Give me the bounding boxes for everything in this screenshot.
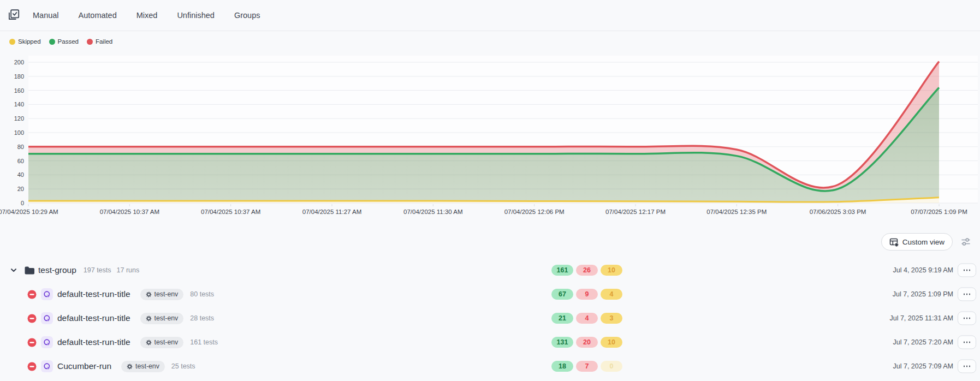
top-navigation: ManualAutomatedMixedUnfinishedGroups [0,0,980,31]
filter-settings-icon[interactable] [960,236,971,247]
run-type-tabs: ManualAutomatedMixedUnfinishedGroups [33,11,260,20]
run-title[interactable]: Cucumber-run [57,361,111,371]
row-actions-button[interactable] [958,288,976,301]
automated-run-icon [41,360,53,372]
x-axis-label: 07/04/2025 11:30 AM [403,209,463,215]
more-icon [969,366,971,367]
run-row[interactable]: Cucumber-runtest-env25 tests1870Jul 7, 2… [0,354,980,378]
results-area-chart: 02040608010012014016018020007/04/2025 10… [0,49,980,224]
x-axis-label: 07/04/2025 11:27 AM [302,209,362,215]
group-tests-count: 197 tests [84,266,111,274]
automated-run-icon [41,312,53,324]
passed-legend-dot-icon [49,39,55,45]
more-icon [969,342,971,343]
x-axis-label: 07/07/2025 1:09 PM [911,209,967,215]
run-tests-count: 80 tests [190,290,214,298]
gear-icon [146,315,152,322]
svg-text:160: 160 [14,87,24,94]
failed-legend-dot-icon [87,39,93,45]
environment-tag: test-env [121,361,165,372]
custom-view-icon [889,237,899,247]
run-title[interactable]: default-test-run-title [57,337,130,347]
legend-label: Passed [58,38,79,45]
run-tests-count: 28 tests [190,314,214,322]
skipped-count-badge: 10 [601,265,622,276]
passed-count-badge: 161 [551,265,573,276]
tab-unfinished[interactable]: Unfinished [177,11,215,20]
more-icon [964,294,965,295]
run-title[interactable]: default-test-run-title [57,313,130,323]
run-tests-count: 25 tests [171,362,195,370]
run-row[interactable]: default-test-run-titletest-env80 tests67… [0,282,980,306]
svg-text:20: 20 [17,186,24,192]
result-badges: 1312010 [551,337,622,348]
svg-text:60: 60 [17,158,24,164]
run-tests-count: 161 tests [190,338,218,346]
row-left-cluster: default-test-run-titletest-env80 tests [27,288,214,300]
passed-count-badge: 131 [551,337,573,348]
svg-text:40: 40 [17,171,24,178]
blocked-status-icon [27,338,37,347]
x-axis-label: 07/04/2025 10:37 AM [100,209,159,215]
row-left-cluster: default-test-run-titletest-env161 tests [27,336,218,348]
failed-count-badge: 4 [576,313,598,324]
svg-text:100: 100 [14,129,24,136]
tab-manual[interactable]: Manual [33,11,59,20]
legend-label: Failed [96,38,112,45]
custom-view-label: Custom view [902,238,945,246]
svg-text:140: 140 [14,101,24,108]
passed-count-badge: 18 [551,361,573,372]
tab-automated[interactable]: Automated [79,11,117,20]
svg-text:120: 120 [14,115,24,122]
environment-tag: test-env [140,313,184,324]
environment-label: test-env [155,290,179,298]
blocked-status-icon [27,314,37,323]
run-date: Jul 4, 2025 9:19 AM [893,266,954,274]
row-actions-button[interactable] [958,360,976,373]
row-actions-button[interactable] [958,264,976,277]
gear-icon [146,291,152,297]
tab-mixed[interactable]: Mixed [136,11,158,20]
more-icon [969,294,971,295]
select-runs-icon[interactable] [7,8,21,22]
run-row[interactable]: default-test-run-titletest-env28 tests21… [0,306,980,330]
x-axis-label: 07/04/2025 12:17 PM [605,209,666,215]
more-icon [964,342,965,343]
chevron-down-icon[interactable] [10,268,17,272]
more-icon [966,366,968,367]
gear-icon [127,364,133,370]
folder-icon [24,266,35,275]
run-title[interactable]: default-test-run-title [57,289,130,299]
more-icon [966,294,968,295]
more-icon [964,366,965,367]
legend-item-passed: Passed [49,38,79,45]
passed-count-badge: 21 [551,313,573,324]
row-left-cluster: Cucumber-runtest-env25 tests [27,360,195,372]
x-axis-label: 07/04/2025 12:06 PM [504,209,565,215]
run-date: Jul 7, 2025 11:31 AM [889,314,953,322]
x-axis-label: 07/04/2025 10:29 AM [0,209,58,215]
legend-item-skipped: Skipped [9,38,41,45]
environment-tag: test-env [140,337,184,348]
svg-text:200: 200 [14,59,24,66]
custom-view-button[interactable]: Custom view [881,233,953,251]
row-actions-button[interactable] [958,336,976,349]
automated-run-icon [41,336,53,348]
run-date: Jul 7, 2025 1:09 PM [893,290,953,298]
run-row[interactable]: default-test-run-titletest-env161 tests1… [0,330,980,354]
row-actions-button[interactable] [958,312,976,325]
tab-groups[interactable]: Groups [234,11,260,20]
row-left-cluster: test-group197 tests17 runs [10,265,139,275]
skipped-count-badge: 10 [601,337,622,348]
more-icon [964,318,965,319]
group-row[interactable]: test-group197 tests17 runs1612610Jul 4, … [0,258,980,282]
row-left-cluster: default-test-run-titletest-env28 tests [27,312,214,324]
failed-count-badge: 7 [576,361,598,372]
group-title[interactable]: test-group [38,265,76,275]
svg-text:180: 180 [14,73,24,80]
failed-count-badge: 20 [576,337,598,348]
more-icon [966,318,968,319]
result-badges: 1870 [551,361,622,372]
chart-legend: SkippedPassedFailed [0,38,980,45]
group-runs-count: 17 runs [117,266,140,274]
